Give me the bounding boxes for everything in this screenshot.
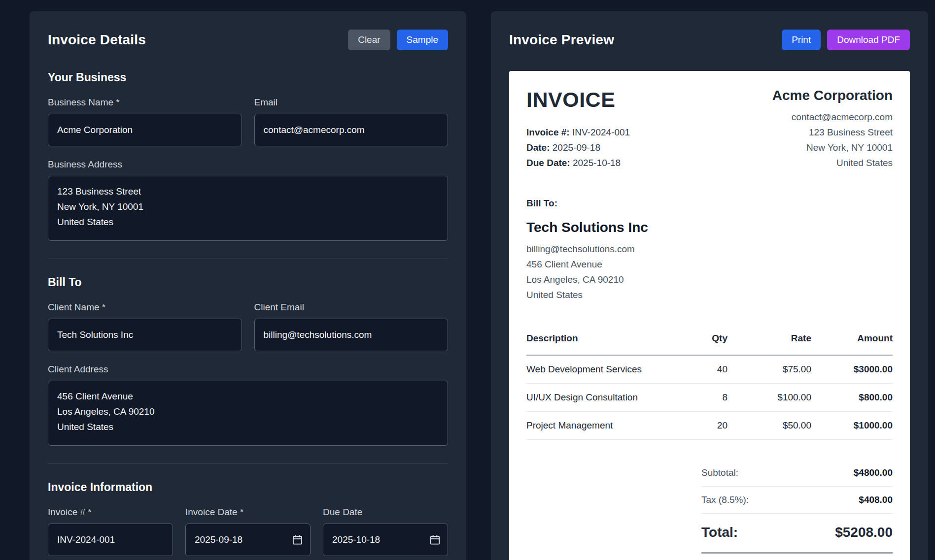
subtotal-row: Subtotal: $4800.00 xyxy=(701,460,893,487)
client-company-name: Tech Solutions Inc xyxy=(526,220,893,235)
client-name-field: Client Name * xyxy=(48,302,242,351)
client-address-line: 456 Client Avenue xyxy=(526,257,893,272)
header-amount: Amount xyxy=(811,333,893,355)
line-items-table: Description Qty Rate Amount Web Developm… xyxy=(526,333,893,440)
client-address-input[interactable]: 456 Client Avenue Los Angeles, CA 90210 … xyxy=(48,381,448,446)
calendar-icon[interactable] xyxy=(430,534,440,545)
business-row: Business Name * Email xyxy=(48,97,448,146)
client-address-line: Los Angeles, CA 90210 xyxy=(526,272,893,287)
table-row: UI/UX Design Consultation 8 $100.00 $800… xyxy=(526,384,893,412)
client-name-label: Client Name * xyxy=(48,302,242,313)
invoice-date-line: Date: 2025-09-18 xyxy=(526,140,630,155)
business-email-input[interactable] xyxy=(254,114,449,146)
invoice-due-line: Due Date: 2025-10-18 xyxy=(526,155,630,170)
business-address-field: Business Address 123 Business Street New… xyxy=(48,159,448,241)
invoice-number-field: Invoice # * xyxy=(48,507,173,556)
table-row: Project Management 20 $50.00 $1000.00 xyxy=(526,412,893,440)
section-divider xyxy=(48,259,448,259)
client-address-label: Client Address xyxy=(48,364,448,375)
invoice-date-field: Invoice Date * xyxy=(185,507,311,556)
print-button[interactable]: Print xyxy=(782,30,821,50)
header-description: Description xyxy=(526,333,673,355)
business-address-input[interactable]: 123 Business Street New York, NY 10001 U… xyxy=(48,176,448,241)
bill-to-label: Bill To: xyxy=(526,198,893,209)
client-email-line: billing@techsolutions.com xyxy=(526,241,893,257)
invoice-details-header: Invoice Details Clear Sample xyxy=(48,30,448,50)
due-date-field: Due Date xyxy=(323,507,448,556)
calendar-icon[interactable] xyxy=(292,534,303,545)
business-email-field: Email xyxy=(254,97,449,146)
from-address-line: 123 Business Street xyxy=(772,125,893,140)
invoice-heading: INVOICE xyxy=(526,88,630,112)
invoice-details-panel: Invoice Details Clear Sample Your Busine… xyxy=(30,11,466,560)
invoice-information-heading: Invoice Information xyxy=(48,481,448,494)
section-divider xyxy=(48,463,448,464)
preview-actions: Print Download PDF xyxy=(782,30,910,50)
from-email: contact@acmecorp.com xyxy=(772,109,893,125)
invoice-number-label: Invoice # * xyxy=(48,507,173,518)
bill-to-heading: Bill To xyxy=(48,276,448,289)
header-qty: Qty xyxy=(673,333,727,355)
total-row: Total: $5208.00 xyxy=(701,514,893,554)
business-name-field: Business Name * xyxy=(48,97,242,146)
invoice-preview-title: Invoice Preview xyxy=(509,32,614,48)
client-row: Client Name * Client Email xyxy=(48,302,448,351)
totals-block: Subtotal: $4800.00 Tax (8.5%): $408.00 T… xyxy=(701,460,893,554)
client-email-label: Client Email xyxy=(254,302,449,313)
client-name-input[interactable] xyxy=(48,319,242,351)
from-address-line: New York, NY 10001 xyxy=(772,140,893,155)
form-actions: Clear Sample xyxy=(348,30,448,50)
invoice-date-label: Invoice Date * xyxy=(185,507,311,518)
from-address-line: United States xyxy=(772,155,893,170)
invoice-info-row: Invoice # * Invoice Date * Due Date xyxy=(48,507,448,556)
your-business-heading: Your Business xyxy=(48,71,448,84)
business-email-label: Email xyxy=(254,97,449,108)
invoice-date-input[interactable] xyxy=(185,524,311,556)
invoice-preview-paper: INVOICE Invoice #: INV-2024-001 Date: 20… xyxy=(509,71,910,560)
clear-button[interactable]: Clear xyxy=(348,30,390,50)
client-address-line: United States xyxy=(526,287,893,302)
invoice-details-title: Invoice Details xyxy=(48,32,146,48)
business-name-label: Business Name * xyxy=(48,97,242,108)
table-header-row: Description Qty Rate Amount xyxy=(526,333,893,355)
invoice-preview-panel: Invoice Preview Print Download PDF INVOI… xyxy=(491,11,928,560)
due-date-input[interactable] xyxy=(323,524,448,556)
business-name-input[interactable] xyxy=(48,114,242,146)
client-email-input[interactable] xyxy=(254,319,449,351)
client-address-field: Client Address 456 Client Avenue Los Ang… xyxy=(48,364,448,446)
app-background: Invoice Details Clear Sample Your Busine… xyxy=(0,0,935,560)
download-pdf-button[interactable]: Download PDF xyxy=(827,30,910,50)
sample-button[interactable]: Sample xyxy=(397,30,448,50)
from-business-block: Acme Corporation contact@acmecorp.com 12… xyxy=(772,88,893,170)
due-date-label: Due Date xyxy=(323,507,448,518)
invoice-number-input[interactable] xyxy=(48,524,173,556)
client-email-field: Client Email xyxy=(254,302,449,351)
invoice-header-block: INVOICE Invoice #: INV-2024-001 Date: 20… xyxy=(526,88,893,170)
invoice-preview-header: Invoice Preview Print Download PDF xyxy=(509,30,910,50)
invoice-number-line: Invoice #: INV-2024-001 xyxy=(526,125,630,140)
from-business-name: Acme Corporation xyxy=(772,88,893,103)
header-rate: Rate xyxy=(727,333,811,355)
business-address-label: Business Address xyxy=(48,159,448,170)
table-row: Web Development Services 40 $75.00 $3000… xyxy=(526,355,893,384)
tax-row: Tax (8.5%): $408.00 xyxy=(701,487,893,514)
